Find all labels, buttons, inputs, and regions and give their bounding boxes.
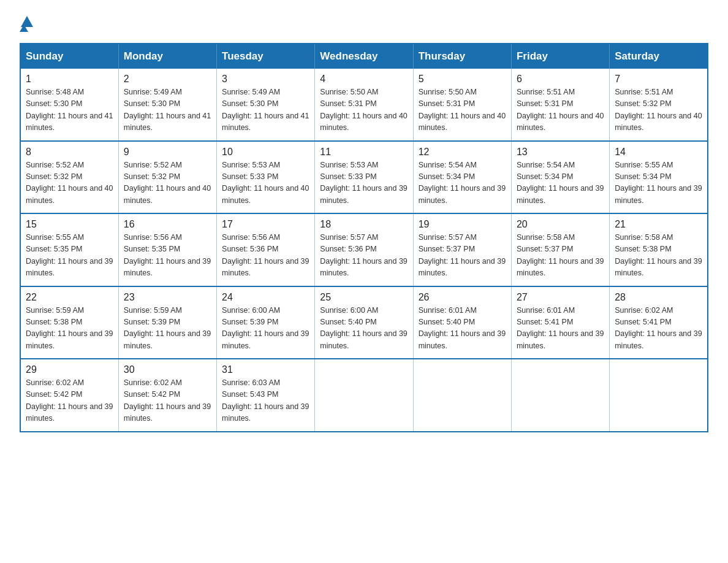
calendar-cell: 21Sunrise: 5:58 AMSunset: 5:38 PMDayligh… xyxy=(610,213,708,286)
day-info: Sunrise: 6:01 AMSunset: 5:41 PMDaylight:… xyxy=(517,305,604,353)
calendar-cell: 20Sunrise: 5:58 AMSunset: 5:37 PMDayligh… xyxy=(511,213,609,286)
day-info: Sunrise: 6:01 AMSunset: 5:40 PMDaylight:… xyxy=(419,305,506,353)
calendar-cell: 4Sunrise: 5:50 AMSunset: 5:31 PMDaylight… xyxy=(315,69,413,141)
calendar-cell: 22Sunrise: 5:59 AMSunset: 5:38 PMDayligh… xyxy=(20,286,118,359)
day-info: Sunrise: 5:54 AMSunset: 5:34 PMDaylight:… xyxy=(517,159,604,207)
page-header xyxy=(20,15,708,32)
calendar-cell: 15Sunrise: 5:55 AMSunset: 5:35 PMDayligh… xyxy=(20,213,118,286)
day-info: Sunrise: 5:55 AMSunset: 5:35 PMDaylight:… xyxy=(26,232,113,280)
day-number: 12 xyxy=(419,147,506,158)
day-info: Sunrise: 5:57 AMSunset: 5:36 PMDaylight:… xyxy=(320,232,408,280)
calendar-cell: 17Sunrise: 5:56 AMSunset: 5:36 PMDayligh… xyxy=(217,213,315,286)
calendar-cell: 19Sunrise: 5:57 AMSunset: 5:37 PMDayligh… xyxy=(413,213,511,286)
day-info: Sunrise: 5:57 AMSunset: 5:37 PMDaylight:… xyxy=(419,232,506,280)
calendar-cell: 10Sunrise: 5:53 AMSunset: 5:33 PMDayligh… xyxy=(217,141,315,214)
day-number: 24 xyxy=(222,292,309,303)
day-info: Sunrise: 6:03 AMSunset: 5:43 PMDaylight:… xyxy=(222,377,309,425)
calendar-cell: 11Sunrise: 5:53 AMSunset: 5:33 PMDayligh… xyxy=(315,141,413,214)
calendar-cell: 14Sunrise: 5:55 AMSunset: 5:34 PMDayligh… xyxy=(610,141,708,214)
day-info: Sunrise: 5:51 AMSunset: 5:32 PMDaylight:… xyxy=(615,86,702,134)
calendar-cell: 29Sunrise: 6:02 AMSunset: 5:42 PMDayligh… xyxy=(20,359,118,432)
calendar-cell: 25Sunrise: 6:00 AMSunset: 5:40 PMDayligh… xyxy=(315,286,413,359)
day-info: Sunrise: 5:52 AMSunset: 5:32 PMDaylight:… xyxy=(26,159,113,207)
day-number: 21 xyxy=(615,219,702,230)
day-number: 7 xyxy=(615,74,702,85)
day-info: Sunrise: 5:53 AMSunset: 5:33 PMDaylight:… xyxy=(222,159,309,207)
day-info: Sunrise: 5:58 AMSunset: 5:37 PMDaylight:… xyxy=(517,232,604,280)
day-number: 26 xyxy=(419,292,506,303)
calendar-week-row: 29Sunrise: 6:02 AMSunset: 5:42 PMDayligh… xyxy=(20,359,708,432)
calendar-week-row: 22Sunrise: 5:59 AMSunset: 5:38 PMDayligh… xyxy=(20,286,708,359)
day-number: 10 xyxy=(222,147,309,158)
calendar-cell: 5Sunrise: 5:50 AMSunset: 5:31 PMDaylight… xyxy=(413,69,511,141)
day-info: Sunrise: 6:00 AMSunset: 5:39 PMDaylight:… xyxy=(222,305,309,353)
logo xyxy=(20,15,34,32)
calendar-cell: 30Sunrise: 6:02 AMSunset: 5:42 PMDayligh… xyxy=(118,359,216,432)
calendar-header-row: SundayMondayTuesdayWednesdayThursdayFrid… xyxy=(20,44,708,69)
day-number: 5 xyxy=(419,74,506,85)
day-number: 4 xyxy=(320,74,408,85)
day-number: 22 xyxy=(26,292,113,303)
calendar-cell: 16Sunrise: 5:56 AMSunset: 5:35 PMDayligh… xyxy=(118,213,216,286)
logo-triangle-icon xyxy=(21,16,33,27)
day-info: Sunrise: 5:56 AMSunset: 5:35 PMDaylight:… xyxy=(124,232,211,280)
calendar-cell: 28Sunrise: 6:02 AMSunset: 5:41 PMDayligh… xyxy=(610,286,708,359)
day-info: Sunrise: 5:52 AMSunset: 5:32 PMDaylight:… xyxy=(124,159,211,207)
calendar-cell: 9Sunrise: 5:52 AMSunset: 5:32 PMDaylight… xyxy=(118,141,216,214)
calendar-cell: 18Sunrise: 5:57 AMSunset: 5:36 PMDayligh… xyxy=(315,213,413,286)
day-number: 19 xyxy=(419,219,506,230)
calendar-week-row: 15Sunrise: 5:55 AMSunset: 5:35 PMDayligh… xyxy=(20,213,708,286)
day-number: 8 xyxy=(26,147,113,158)
calendar-cell: 26Sunrise: 6:01 AMSunset: 5:40 PMDayligh… xyxy=(413,286,511,359)
day-info: Sunrise: 5:53 AMSunset: 5:33 PMDaylight:… xyxy=(320,159,408,207)
calendar-cell: 24Sunrise: 6:00 AMSunset: 5:39 PMDayligh… xyxy=(217,286,315,359)
day-number: 6 xyxy=(517,74,604,85)
day-info: Sunrise: 5:50 AMSunset: 5:31 PMDaylight:… xyxy=(320,86,408,134)
day-info: Sunrise: 5:49 AMSunset: 5:30 PMDaylight:… xyxy=(124,86,211,134)
weekday-header-tuesday: Tuesday xyxy=(217,44,315,69)
day-number: 18 xyxy=(320,219,408,230)
calendar-week-row: 8Sunrise: 5:52 AMSunset: 5:32 PMDaylight… xyxy=(20,141,708,214)
calendar-cell: 27Sunrise: 6:01 AMSunset: 5:41 PMDayligh… xyxy=(511,286,609,359)
weekday-header-thursday: Thursday xyxy=(413,44,511,69)
calendar-cell: 1Sunrise: 5:48 AMSunset: 5:30 PMDaylight… xyxy=(20,69,118,141)
calendar-cell: 8Sunrise: 5:52 AMSunset: 5:32 PMDaylight… xyxy=(20,141,118,214)
calendar-cell xyxy=(315,359,413,432)
day-info: Sunrise: 5:51 AMSunset: 5:31 PMDaylight:… xyxy=(517,86,604,134)
calendar-cell: 3Sunrise: 5:49 AMSunset: 5:30 PMDaylight… xyxy=(217,69,315,141)
calendar-cell: 12Sunrise: 5:54 AMSunset: 5:34 PMDayligh… xyxy=(413,141,511,214)
day-number: 3 xyxy=(222,74,309,85)
day-number: 14 xyxy=(615,147,702,158)
calendar-cell: 7Sunrise: 5:51 AMSunset: 5:32 PMDaylight… xyxy=(610,69,708,141)
day-number: 23 xyxy=(124,292,211,303)
calendar-cell: 23Sunrise: 5:59 AMSunset: 5:39 PMDayligh… xyxy=(118,286,216,359)
day-number: 27 xyxy=(517,292,604,303)
calendar-week-row: 1Sunrise: 5:48 AMSunset: 5:30 PMDaylight… xyxy=(20,69,708,141)
day-number: 1 xyxy=(26,74,113,85)
day-info: Sunrise: 5:58 AMSunset: 5:38 PMDaylight:… xyxy=(615,232,702,280)
day-info: Sunrise: 5:50 AMSunset: 5:31 PMDaylight:… xyxy=(419,86,506,134)
day-info: Sunrise: 6:02 AMSunset: 5:42 PMDaylight:… xyxy=(26,377,113,425)
day-number: 11 xyxy=(320,147,408,158)
weekday-header-wednesday: Wednesday xyxy=(315,44,413,69)
day-info: Sunrise: 6:02 AMSunset: 5:41 PMDaylight:… xyxy=(615,305,702,353)
day-info: Sunrise: 5:54 AMSunset: 5:34 PMDaylight:… xyxy=(419,159,506,207)
day-number: 20 xyxy=(517,219,604,230)
calendar-cell: 31Sunrise: 6:03 AMSunset: 5:43 PMDayligh… xyxy=(217,359,315,432)
day-info: Sunrise: 5:59 AMSunset: 5:38 PMDaylight:… xyxy=(26,305,113,353)
day-info: Sunrise: 5:55 AMSunset: 5:34 PMDaylight:… xyxy=(615,159,702,207)
day-number: 13 xyxy=(517,147,604,158)
calendar-cell: 6Sunrise: 5:51 AMSunset: 5:31 PMDaylight… xyxy=(511,69,609,141)
weekday-header-sunday: Sunday xyxy=(20,44,118,69)
day-number: 25 xyxy=(320,292,408,303)
day-number: 2 xyxy=(124,74,211,85)
day-number: 31 xyxy=(222,364,309,375)
day-number: 17 xyxy=(222,219,309,230)
calendar-cell: 2Sunrise: 5:49 AMSunset: 5:30 PMDaylight… xyxy=(118,69,216,141)
day-number: 15 xyxy=(26,219,113,230)
weekday-header-saturday: Saturday xyxy=(610,44,708,69)
day-number: 29 xyxy=(26,364,113,375)
day-number: 9 xyxy=(124,147,211,158)
calendar-table: SundayMondayTuesdayWednesdayThursdayFrid… xyxy=(20,43,708,432)
calendar-cell xyxy=(413,359,511,432)
